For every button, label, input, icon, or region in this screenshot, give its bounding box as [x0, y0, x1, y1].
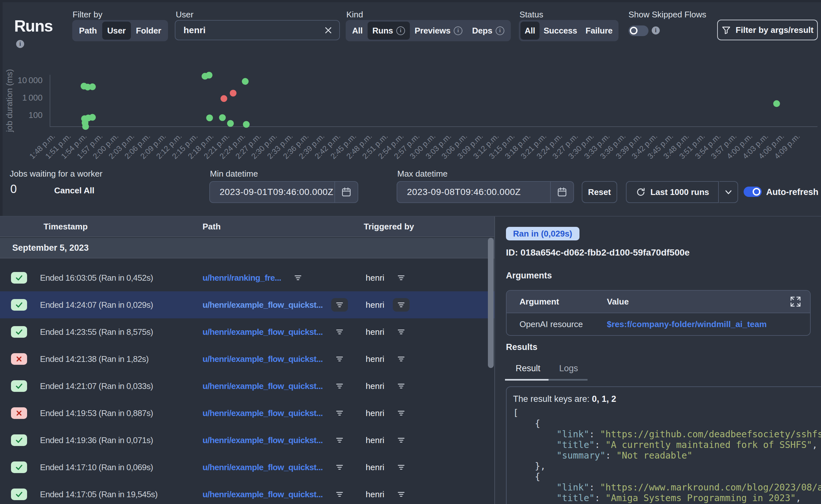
- filter-by-user-button[interactable]: [393, 325, 409, 339]
- auto-refresh-toggle[interactable]: [744, 187, 762, 197]
- run-row[interactable]: Ended 14:23:55 (Ran in 8,575s)u/henri/ex…: [0, 318, 494, 345]
- run-path-link[interactable]: u/henri/example_flow_quickst...: [202, 435, 323, 445]
- max-datetime-calendar-button[interactable]: [550, 182, 573, 202]
- check-icon: [14, 327, 24, 337]
- filter-icon: [397, 328, 405, 335]
- run-triggered-by: henri: [366, 327, 384, 337]
- run-dot-failure[interactable]: [220, 95, 227, 102]
- filter-icon: [335, 355, 344, 363]
- last-runs-button[interactable]: Last 1000 runs: [626, 181, 719, 203]
- min-datetime-input[interactable]: 2023-09-01T09:46:00.000Z: [209, 181, 358, 203]
- run-dot-failure[interactable]: [230, 90, 236, 96]
- run-row[interactable]: Ended 14:21:38 (Ran in 1,82s)u/henri/exa…: [0, 345, 494, 373]
- filter-by-user-button[interactable]: [393, 433, 409, 447]
- filter-by-path-button[interactable]: [331, 406, 348, 420]
- run-path-link[interactable]: u/henri/example_flow_quickst...: [202, 381, 323, 391]
- cancel-all-button[interactable]: Cancel All: [54, 186, 94, 196]
- check-icon: [14, 273, 24, 283]
- run-triggered-by-cell: henri: [366, 271, 409, 285]
- argument-value[interactable]: $res:f/company-folder/windmill_ai_team: [607, 319, 767, 329]
- run-ended-text: Ended 14:21:38 (Ran in 1,82s): [40, 354, 149, 364]
- run-dot-success[interactable]: [82, 123, 89, 130]
- run-triggered-by: henri: [366, 354, 384, 364]
- run-triggered-by-cell: henri: [366, 379, 409, 393]
- run-row[interactable]: Ended 14:17:05 (Ran in 19,545s)u/henri/e…: [0, 481, 494, 504]
- filter-by-path-button[interactable]: [289, 271, 306, 285]
- calendar-icon: [557, 187, 568, 198]
- filter-by-user-button[interactable]: [393, 460, 409, 474]
- run-dot-success[interactable]: [89, 83, 96, 90]
- run-path-link[interactable]: u/henri/example_flow_quickst...: [202, 462, 323, 472]
- run-triggered-by: henri: [366, 273, 384, 283]
- run-path-link[interactable]: u/henri/example_flow_quickst...: [202, 354, 323, 364]
- run-triggered-by-cell: henri: [366, 460, 409, 474]
- filter-by-path-button[interactable]: [331, 379, 348, 393]
- max-datetime-value: 2023-09-08T09:46:00.000Z: [397, 187, 550, 197]
- run-row[interactable]: Ended 16:03:05 (Ran in 0,452s)u/henri/ra…: [0, 264, 494, 291]
- filter-icon: [397, 464, 405, 471]
- run-dot-success[interactable]: [773, 100, 780, 107]
- table-scrollbar[interactable]: [488, 238, 494, 368]
- filter-by-user-button[interactable]: [393, 271, 409, 285]
- max-datetime-input[interactable]: 2023-09-08T09:46:00.000Z: [396, 181, 574, 203]
- run-row[interactable]: Ended 14:19:53 (Ran in 0,887s)u/henri/ex…: [0, 400, 494, 427]
- run-ended-text: Ended 14:24:07 (Ran in 0,029s): [40, 300, 153, 310]
- run-dot-success[interactable]: [227, 120, 234, 127]
- run-path-link[interactable]: u/henri/example_flow_quickst...: [202, 489, 323, 499]
- result-json: [ { "link": "https://github.com/deadbeef…: [513, 408, 821, 504]
- run-path-link[interactable]: u/henri/example_flow_quickst...: [202, 327, 323, 337]
- filter-icon: [397, 274, 405, 281]
- status-badge-success: [11, 461, 27, 473]
- filter-icon: [335, 383, 344, 390]
- run-ended-text: Ended 14:21:07 (Ran in 0,033s): [40, 381, 153, 391]
- filter-by-user-button[interactable]: [393, 379, 409, 393]
- filter-by-user-button[interactable]: [393, 406, 409, 420]
- run-dot-success[interactable]: [243, 121, 249, 128]
- filter-by-user-button[interactable]: [393, 488, 409, 501]
- run-dot-success[interactable]: [206, 114, 213, 121]
- auto-refresh-label: Auto-refresh: [766, 187, 818, 197]
- run-dot-success[interactable]: [242, 78, 249, 85]
- run-ended-text: Ended 14:17:10 (Ran in 0,069s): [40, 462, 153, 472]
- filter-by-path-button[interactable]: [331, 460, 348, 474]
- run-path-cell: u/henri/example_flow_quickst...: [202, 379, 348, 393]
- max-datetime-label: Max datetime: [397, 169, 448, 179]
- tab-logs[interactable]: Logs: [559, 363, 578, 373]
- runs-table: Timestamp Path Triggered by September 5,…: [0, 217, 494, 504]
- min-datetime-label: Min datetime: [210, 169, 258, 179]
- filter-by-path-button[interactable]: [331, 325, 348, 339]
- filter-by-user-button[interactable]: [393, 298, 409, 312]
- filter-by-path-button[interactable]: [331, 433, 348, 447]
- check-icon: [14, 462, 24, 472]
- calendar-icon: [341, 187, 352, 198]
- run-path-link[interactable]: u/henri/example_flow_quickst...: [202, 300, 323, 310]
- run-row[interactable]: Ended 14:24:07 (Ran in 0,029s)u/henri/ex…: [0, 291, 494, 318]
- filter-by-path-button[interactable]: [331, 298, 348, 312]
- run-row[interactable]: Ended 14:19:36 (Ran in 0,071s)u/henri/ex…: [0, 427, 494, 454]
- filter-by-user-button[interactable]: [393, 352, 409, 366]
- run-path-link[interactable]: u/henri/example_flow_quickst...: [202, 408, 323, 418]
- min-datetime-calendar-button[interactable]: [334, 182, 357, 202]
- filter-by-path-button[interactable]: [331, 352, 348, 366]
- expand-icon[interactable]: [789, 296, 802, 308]
- reset-button[interactable]: Reset: [582, 181, 617, 203]
- last-runs-dropdown-button[interactable]: [719, 181, 738, 203]
- run-path-link[interactable]: u/henri/ranking_fre...: [202, 273, 281, 283]
- filter-icon: [397, 301, 405, 308]
- run-dot-success[interactable]: [219, 114, 226, 121]
- filter-by-path-button[interactable]: [331, 488, 348, 501]
- run-dot-success[interactable]: [206, 72, 212, 79]
- y-tick-label: 100: [29, 110, 43, 120]
- run-triggered-by-cell: henri: [366, 406, 409, 420]
- job-duration-chart[interactable]: 1001 00010 000job duration (ms)1:48 p.m.…: [0, 0, 821, 180]
- jobs-waiting-label: Jobs waiting for a worker: [10, 169, 103, 179]
- run-row[interactable]: Ended 14:17:10 (Ran in 0,069s)u/henri/ex…: [0, 454, 494, 481]
- filter-icon: [397, 410, 405, 417]
- filter-icon: [335, 410, 344, 417]
- col-timestamp: Timestamp: [44, 217, 88, 237]
- run-path-cell: u/henri/example_flow_quickst...: [202, 433, 348, 447]
- tab-result[interactable]: Result: [516, 363, 541, 373]
- run-row[interactable]: Ended 14:21:07 (Ran in 0,033s)u/henri/ex…: [0, 373, 494, 400]
- x-icon: [15, 354, 24, 363]
- run-dot-success[interactable]: [89, 114, 96, 121]
